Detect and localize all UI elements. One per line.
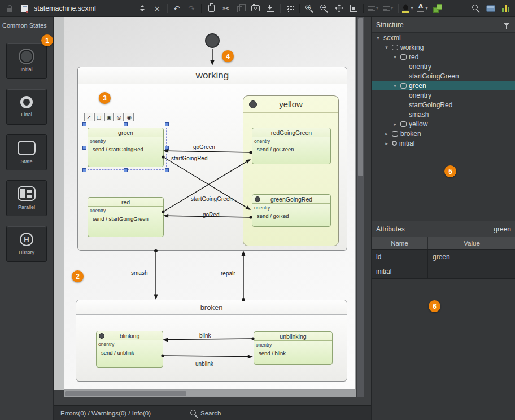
redo-button[interactable]: ↷ bbox=[185, 2, 198, 15]
tool-final-icon[interactable]: ◉ bbox=[125, 113, 134, 121]
tree-item-yellow[interactable]: ▸ yellow bbox=[372, 119, 515, 129]
search-toggle[interactable]: Search bbox=[190, 410, 221, 417]
resize-handle[interactable] bbox=[124, 123, 128, 126]
attributes-context-label: green bbox=[494, 225, 511, 233]
transition-label-repair[interactable]: repair bbox=[221, 270, 235, 277]
initial-state-node[interactable] bbox=[205, 33, 220, 48]
state-green[interactable]: green onentry send / startGoingRed bbox=[88, 128, 164, 167]
transition-label-startGoingGreen[interactable]: startGoingGreen bbox=[191, 196, 233, 202]
column-header-value[interactable]: Value bbox=[428, 237, 515, 249]
expander-icon[interactable]: ▾ bbox=[392, 54, 398, 60]
column-header-name[interactable]: Name bbox=[372, 237, 428, 249]
state-icon bbox=[400, 121, 407, 127]
tree-item-startGoingGreen[interactable]: startGoingGreen bbox=[372, 71, 515, 81]
resize-handle[interactable] bbox=[165, 146, 169, 150]
align-button[interactable]: ▾ bbox=[366, 2, 380, 15]
resize-handle[interactable] bbox=[165, 168, 169, 172]
transition-label-startGoingRed[interactable]: startGoingRed bbox=[171, 155, 207, 161]
resize-handle[interactable] bbox=[165, 123, 169, 126]
transition-label-blink[interactable]: blink bbox=[199, 333, 211, 339]
common-state-parallel[interactable]: Parallel bbox=[6, 180, 47, 216]
resize-handle[interactable] bbox=[82, 168, 86, 172]
horizontal-scrollbar[interactable] bbox=[64, 390, 356, 397]
tool-initial-icon[interactable]: ◎ bbox=[115, 113, 124, 121]
fit-to-view-button[interactable] bbox=[347, 2, 360, 15]
tree-item-smash[interactable]: smash bbox=[372, 110, 515, 119]
pan-button[interactable] bbox=[332, 2, 346, 15]
zoom-in-icon: + bbox=[305, 5, 313, 12]
state-yellow[interactable]: yellow redGoingGreen onentry send / goGr… bbox=[243, 95, 339, 246]
export-button[interactable] bbox=[263, 2, 277, 15]
transition-label-unblink[interactable]: unblink bbox=[195, 361, 213, 367]
copy-button[interactable] bbox=[234, 2, 247, 15]
tree-item-green[interactable]: ▾ green bbox=[372, 81, 515, 90]
horizontal-scrollbar-thumb[interactable] bbox=[65, 391, 186, 396]
state-working-title[interactable]: working bbox=[78, 67, 347, 84]
expander-icon[interactable]: ▾ bbox=[392, 83, 398, 89]
diagram-page[interactable]: working ↗ ▢ ▣ ◎ ◉ green onentry send / s… bbox=[64, 17, 356, 390]
transition-label-goRed[interactable]: goRed bbox=[203, 212, 219, 218]
tool-transition-icon[interactable]: ↗ bbox=[84, 113, 93, 121]
transition-label-goGreen[interactable]: goGreen bbox=[193, 144, 215, 150]
state-redGoingGreen[interactable]: redGoingGreen onentry send / goGreen bbox=[252, 128, 331, 164]
expander-icon[interactable]: ▾ bbox=[383, 45, 390, 50]
expander-icon[interactable]: ▸ bbox=[383, 141, 390, 146]
distribute-button[interactable]: ▾ bbox=[381, 2, 395, 15]
expander-icon[interactable]: ▾ bbox=[375, 35, 381, 41]
tree-item-onentry[interactable]: onentry bbox=[372, 62, 515, 71]
common-state-state[interactable]: State bbox=[6, 134, 47, 170]
cut-button[interactable]: ✂ bbox=[219, 2, 233, 15]
tree-item-onentry[interactable]: onentry bbox=[372, 90, 515, 100]
initial-dot-icon bbox=[255, 196, 260, 202]
attribute-value[interactable] bbox=[428, 264, 515, 278]
tree-item-broken[interactable]: ▸ broken bbox=[372, 129, 515, 138]
fill-color-button[interactable]: ▾ bbox=[401, 2, 414, 15]
resize-handle[interactable] bbox=[82, 146, 86, 150]
zoom-out-button[interactable]: − bbox=[317, 2, 331, 15]
expander-icon[interactable]: ▸ bbox=[392, 121, 398, 127]
screenshot-button[interactable] bbox=[248, 2, 262, 15]
attribute-value[interactable]: green bbox=[428, 250, 515, 264]
undo-button[interactable]: ↶ bbox=[170, 2, 184, 15]
tree-item-scxml[interactable]: ▾ scxml bbox=[372, 33, 515, 42]
search-button[interactable] bbox=[469, 2, 483, 15]
paste-button[interactable] bbox=[204, 2, 218, 15]
tree-item-red[interactable]: ▾ red bbox=[372, 52, 515, 62]
zoom-in-button[interactable]: + bbox=[303, 2, 316, 15]
tree-item-initial[interactable]: ▸ initial bbox=[372, 138, 515, 148]
lock-icon[interactable] bbox=[3, 2, 16, 15]
annotation-badge-2: 2 bbox=[72, 270, 84, 282]
statistics-button[interactable] bbox=[499, 2, 512, 15]
diagram-canvas[interactable]: working ↗ ▢ ▣ ◎ ◉ green onentry send / s… bbox=[54, 17, 371, 405]
state-working[interactable]: working ↗ ▢ ▣ ◎ ◉ green onentry send / s… bbox=[77, 67, 347, 251]
font-color-button[interactable]: A ▾ bbox=[416, 2, 429, 15]
state-broken[interactable]: broken blinking onentry send / unblink u… bbox=[76, 300, 347, 382]
filter-icon[interactable] bbox=[504, 23, 509, 26]
tool-state-alt-icon[interactable]: ▣ bbox=[104, 113, 114, 121]
vertical-scrollbar-thumb[interactable] bbox=[358, 18, 363, 176]
common-state-history[interactable]: H History bbox=[6, 226, 47, 262]
state-blinking[interactable]: blinking onentry send / unblink bbox=[96, 331, 163, 368]
vertical-scrollbar[interactable] bbox=[356, 17, 364, 397]
tree-item-startGoingRed[interactable]: startGoingRed bbox=[372, 100, 515, 110]
common-state-final[interactable]: Final bbox=[6, 89, 47, 125]
document-switcher[interactable] bbox=[136, 2, 149, 15]
close-document-button[interactable]: × bbox=[150, 2, 164, 15]
resize-handle[interactable] bbox=[82, 123, 86, 126]
issues-toggle[interactable]: Errors(0) / Warnings(0) / Info(0) bbox=[60, 410, 151, 417]
preview-button[interactable] bbox=[484, 2, 497, 15]
expander-icon[interactable]: ▸ bbox=[383, 131, 390, 137]
tool-state-icon[interactable]: ▢ bbox=[94, 113, 103, 121]
common-state-initial[interactable]: Initial bbox=[6, 43, 47, 79]
state-color-button[interactable] bbox=[430, 2, 444, 15]
transition-label-smash[interactable]: smash bbox=[131, 270, 147, 276]
state-unblinking[interactable]: unblinking onentry send / blink bbox=[254, 331, 333, 365]
state-red[interactable]: red onentry send / startGoingGreen bbox=[88, 197, 164, 237]
state-greenGoingRed[interactable]: greenGoingRed onentry send / goRed bbox=[252, 194, 331, 227]
toolbar-separator bbox=[201, 4, 202, 13]
tree-item-working[interactable]: ▾ working bbox=[372, 42, 515, 52]
state-broken-title[interactable]: broken bbox=[76, 300, 347, 315]
resize-handle[interactable] bbox=[124, 168, 128, 172]
state-yellow-title[interactable]: yellow bbox=[279, 99, 303, 109]
snap-grid-button[interactable] bbox=[283, 2, 296, 15]
